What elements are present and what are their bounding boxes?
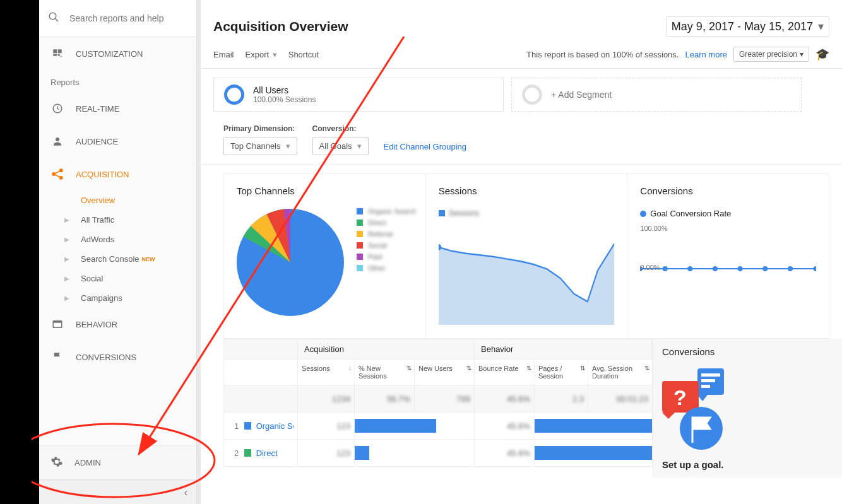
subnav-campaigns[interactable]: ▶ Campaigns — [52, 288, 196, 308]
search-input[interactable] — [69, 13, 185, 23]
cell-value: 00:01:23 — [616, 394, 648, 404]
pie-chart — [237, 209, 344, 316]
nav-conversions[interactable]: CONVERSIONS — [39, 341, 196, 373]
row-rank: 2 — [229, 448, 239, 458]
y-axis-top: 100.00% — [640, 225, 667, 232]
row-swatch — [244, 449, 251, 457]
reports-heading: Reports — [39, 70, 196, 92]
graduation-icon[interactable]: 🎓 — [815, 47, 829, 61]
subnav-social-label: Social — [81, 274, 103, 283]
chevron-down-icon: ▾ — [800, 50, 803, 59]
legend-label: Social — [368, 242, 387, 249]
chevron-right-icon: ▶ — [64, 255, 72, 262]
segment-subtitle: 100.00% Sessions — [253, 95, 316, 104]
share-icon — [50, 167, 64, 181]
conversion-dropdown[interactable]: All Goals ▾ — [312, 137, 369, 155]
learn-more-link[interactable]: Learn more — [685, 50, 726, 59]
nav-behavior[interactable]: BEHAVIOR — [39, 308, 196, 341]
page-header: Acquisition Overview May 9, 2017 - May 1… — [201, 0, 842, 42]
add-segment-button[interactable]: + Add Segment — [511, 78, 802, 112]
svg-point-26 — [814, 266, 816, 271]
th-group-acquisition: Acquisition — [298, 339, 475, 359]
th-bounce[interactable]: Bounce Rate⇅ — [475, 360, 535, 385]
nav-customization[interactable]: + CUSTOMIZATION — [39, 37, 196, 70]
table-summary-row: 1234 56.7% 789 45.6% 2.3 00:01:23 — [223, 385, 653, 413]
table-section: Acquisition Behavior Sessions↓ % New Ses… — [223, 339, 842, 478]
svg-point-22 — [713, 266, 718, 271]
pie-legend: Organic Search Direct Referral Social Pa… — [357, 206, 416, 274]
cell-value: 123 — [336, 448, 350, 458]
nav-admin-label: ADMIN — [74, 458, 101, 467]
chevron-down-icon: ▾ — [273, 50, 277, 59]
subnav-search-console-label: Search Console — [81, 254, 139, 264]
svg-rect-28 — [701, 373, 720, 377]
cell-value: 789 — [456, 394, 470, 404]
date-range-picker[interactable]: May 9, 2017 - May 15, 2017 ▾ — [666, 16, 829, 37]
legend-swatch — [357, 265, 363, 271]
legend-label: Paid — [368, 253, 382, 261]
sidebar-collapse[interactable]: ‹ — [39, 480, 196, 504]
left-app-strip — [0, 0, 39, 504]
th-sessions[interactable]: Sessions↓ — [298, 360, 355, 385]
edit-channel-grouping-link[interactable]: Edit Channel Grouping — [384, 142, 467, 151]
chevron-right-icon: ▶ — [64, 275, 72, 282]
th-new-users[interactable]: New Users⇅ — [415, 360, 475, 385]
shortcut-button[interactable]: Shortcut — [288, 50, 319, 59]
line-chart: 100.00% 0.00% — [640, 225, 816, 313]
nav-audience[interactable]: AUDIENCE — [39, 125, 196, 158]
segment-all-users[interactable]: All Users 100.00% Sessions — [213, 78, 504, 112]
th-duration[interactable]: Avg. Session Duration⇅ — [588, 360, 653, 385]
chart-conversions: Conversions Goal Conversion Rate 100.00%… — [627, 174, 829, 338]
nav-acquisition[interactable]: ACQUISITION — [39, 158, 196, 190]
legend-label: Organic Search — [368, 208, 416, 215]
export-button[interactable]: Export ▾ — [246, 50, 277, 59]
row-name[interactable]: Direct — [256, 448, 294, 458]
email-button[interactable]: Email — [213, 50, 234, 59]
table-row[interactable]: 1Organic Search12345.6% — [223, 413, 653, 440]
search-row[interactable] — [39, 0, 196, 37]
subnav-adwords[interactable]: ▶ AdWords — [52, 230, 196, 249]
person-icon — [50, 134, 64, 148]
chart-title: Top Channels — [237, 185, 413, 196]
svg-point-25 — [788, 266, 793, 271]
svg-rect-29 — [701, 379, 715, 382]
flag-icon — [50, 350, 64, 364]
svg-text:?: ? — [673, 385, 687, 409]
row-swatch — [244, 422, 251, 430]
nav-admin[interactable]: ADMIN — [39, 445, 196, 480]
goal-text: Set up a goal. — [662, 459, 833, 470]
row-name[interactable]: Organic Search — [256, 421, 294, 431]
conversion-value: All Goals — [319, 141, 352, 151]
charts-row: Top Channels Organic Search Direct Refer… — [223, 173, 829, 339]
svg-line-13 — [55, 175, 60, 177]
conversions-panel: Conversions ? Set up a goal. — [653, 339, 842, 478]
subnav-all-traffic[interactable]: ▶ All Traffic — [52, 210, 196, 230]
acquisition-subnav: Overview ▶ All Traffic ▶ AdWords ▶ Searc… — [39, 190, 196, 308]
th-new-sessions[interactable]: % New Sessions⇅ — [355, 360, 415, 385]
segment-circle-icon — [224, 85, 244, 105]
legend-label: Other — [368, 264, 386, 272]
cell-value: 45.6% — [507, 421, 530, 431]
cell-value: 45.6% — [507, 394, 530, 404]
primary-dimension-value: Top Channels — [230, 141, 281, 151]
chevron-right-icon: ▶ — [64, 216, 72, 223]
date-range-label: May 9, 2017 - May 15, 2017 — [672, 20, 813, 33]
bar — [355, 446, 369, 460]
chevron-right-icon: ▶ — [64, 295, 72, 302]
legend-swatch — [439, 210, 445, 216]
nav-realtime[interactable]: REAL-TIME — [39, 92, 196, 125]
chevron-down-icon: ▾ — [357, 141, 362, 151]
primary-dimension-label: Primary Dimension: — [223, 124, 297, 133]
conversion-label: Conversion: — [312, 124, 369, 133]
precision-button[interactable]: Greater precision ▾ — [733, 47, 809, 62]
primary-dimension-dropdown[interactable]: Top Channels ▾ — [223, 137, 297, 155]
subnav-social[interactable]: ▶ Social — [52, 269, 196, 288]
nav-audience-label: AUDIENCE — [76, 137, 118, 146]
subnav-overview[interactable]: Overview — [52, 190, 196, 210]
sort-down-icon: ↓ — [348, 365, 352, 372]
sample-text: This report is based on 100% of sessions… — [526, 50, 679, 59]
svg-point-0 — [49, 13, 56, 20]
th-pages[interactable]: Pages / Session⇅ — [535, 360, 588, 385]
table-row[interactable]: 2Direct12345.6% — [223, 440, 653, 467]
subnav-search-console[interactable]: ▶ Search Console NEW — [52, 249, 196, 269]
